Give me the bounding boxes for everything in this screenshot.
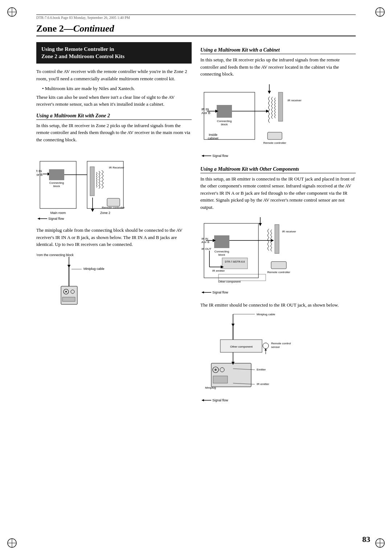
diagram2-svg: From the connecting block Miniplug cable bbox=[36, 252, 116, 313]
svg-rect-97 bbox=[213, 376, 228, 383]
subsec-cabinet-text: In this setup, the IR receiver picks up … bbox=[200, 56, 356, 78]
corner-mark-bl bbox=[7, 538, 17, 548]
svg-rect-71 bbox=[222, 258, 248, 269]
section-box-line1: Using the Remote Controller in bbox=[41, 46, 114, 52]
subsec-other-text: In this setup, an IR emitter is connecte… bbox=[200, 175, 356, 211]
svg-text:Signal flow: Signal flow bbox=[48, 217, 64, 220]
right-column: Using a Multiroom Kit with a Cabinet In … bbox=[200, 42, 356, 410]
intro-text: To control the AV receiver with the remo… bbox=[36, 68, 192, 82]
svg-text:IR emitter: IR emitter bbox=[257, 382, 269, 386]
svg-rect-40 bbox=[62, 297, 75, 301]
page-title: Zone 2—Continued bbox=[36, 23, 356, 36]
svg-text:Inside: Inside bbox=[209, 133, 217, 137]
svg-rect-47 bbox=[217, 105, 232, 118]
diagram-cabinet-svg: IR receiver IR IN A or B Connecting bloc… bbox=[200, 81, 306, 161]
svg-text:Remote controller: Remote controller bbox=[263, 141, 286, 145]
svg-text:IR IN: IR IN bbox=[201, 108, 209, 111]
svg-text:Miniplug cable: Miniplug cable bbox=[83, 267, 105, 271]
header-info: DTR-7.6.6.book Page 83 Monday, September… bbox=[36, 15, 356, 20]
file-info-text: DTR-7.6.6.book Page 83 Monday, September… bbox=[36, 16, 130, 20]
svg-text:A or B: A or B bbox=[201, 111, 211, 115]
svg-marker-29 bbox=[37, 218, 40, 220]
svg-rect-24 bbox=[107, 198, 120, 206]
svg-text:IR emitter: IR emitter bbox=[212, 269, 225, 272]
svg-text:Zone 2: Zone 2 bbox=[100, 211, 110, 215]
svg-text:Other component: Other component bbox=[218, 280, 241, 283]
svg-text:Emitter: Emitter bbox=[257, 368, 266, 371]
subsec3-text: The IR emitter should be connected to th… bbox=[200, 301, 356, 309]
svg-text:Signal flow: Signal flow bbox=[212, 398, 228, 402]
follow-text: These kits can also be used when there i… bbox=[36, 94, 192, 108]
corner-mark-br bbox=[375, 538, 385, 548]
svg-text:DTR-7.6/DTR-6.6: DTR-7.6/DTR-6.6 bbox=[225, 260, 245, 263]
svg-rect-60 bbox=[275, 224, 279, 254]
diagram1-svg: IR IN A or B Connecting block bbox=[36, 147, 142, 223]
svg-text:Miniplug: Miniplug bbox=[205, 386, 216, 389]
bullet-item: Multiroom kits are made by Niles and Xan… bbox=[42, 85, 192, 92]
diagram-ir-emitter-svg: Miniplug cable Other component Remote co… bbox=[200, 312, 306, 407]
corner-mark-tl bbox=[7, 7, 17, 17]
svg-text:Remote controller: Remote controller bbox=[267, 271, 290, 274]
page-number: 83 bbox=[362, 535, 370, 544]
section-box-line2: Zone 2 and Multiroom Control Kits bbox=[41, 53, 124, 59]
subsec2-text: The miniplug cable from the connecting b… bbox=[36, 227, 192, 248]
svg-text:Connecting: Connecting bbox=[215, 250, 229, 253]
svg-text:sensor: sensor bbox=[271, 345, 280, 349]
svg-text:A or B: A or B bbox=[201, 240, 209, 244]
svg-rect-36 bbox=[61, 286, 77, 304]
svg-text:IR IN: IR IN bbox=[201, 237, 208, 240]
diagram-other-svg: IR receiver IR IN A or B IR OUT Connecti… bbox=[200, 214, 306, 298]
svg-text:Main room: Main room bbox=[50, 211, 66, 215]
svg-text:IR Receiver: IR Receiver bbox=[109, 166, 124, 169]
section-box-title: Using the Remote Controller in Zone 2 an… bbox=[41, 46, 187, 60]
svg-text:Connecting: Connecting bbox=[217, 119, 232, 123]
svg-text:cabinet: cabinet bbox=[208, 137, 219, 140]
svg-text:Other component: Other component bbox=[230, 345, 253, 348]
diagram-cabinet: IR receiver IR IN A or B Connecting bloc… bbox=[200, 81, 356, 161]
svg-rect-42 bbox=[278, 92, 283, 121]
svg-text:IR receiver: IR receiver bbox=[282, 230, 296, 233]
svg-text:block: block bbox=[221, 123, 228, 126]
svg-text:block: block bbox=[53, 185, 61, 188]
page-title-zone: Zone 2 bbox=[36, 23, 64, 34]
svg-text:Remote control: Remote control bbox=[271, 342, 291, 345]
left-column: Using the Remote Controller in Zone 2 an… bbox=[36, 42, 192, 410]
svg-marker-81 bbox=[201, 291, 204, 293]
svg-text:IR receiver: IR receiver bbox=[287, 99, 302, 102]
svg-text:IR OUT: IR OUT bbox=[201, 247, 211, 251]
diagram-miniplug: From the connecting block Miniplug cable bbox=[36, 252, 192, 313]
corner-mark-tr bbox=[375, 7, 385, 17]
svg-point-95 bbox=[215, 369, 217, 371]
svg-rect-66 bbox=[214, 235, 229, 248]
two-column-layout: Using the Remote Controller in Zone 2 an… bbox=[36, 42, 356, 410]
svg-point-89 bbox=[263, 343, 269, 349]
svg-text:Signal flow: Signal flow bbox=[212, 291, 228, 294]
subsec-other-heading: Using a Multiroom Kit with Other Compone… bbox=[200, 166, 356, 173]
diagram-other-components: IR receiver IR IN A or B IR OUT Connecti… bbox=[200, 214, 356, 298]
svg-rect-21 bbox=[90, 167, 94, 196]
svg-rect-76 bbox=[271, 262, 286, 269]
svg-text:IR IN: IR IN bbox=[36, 169, 42, 173]
svg-text:Remote controller: Remote controller bbox=[102, 206, 124, 209]
svg-marker-57 bbox=[201, 155, 204, 157]
svg-text:From the connecting block: From the connecting block bbox=[36, 253, 74, 257]
svg-point-38 bbox=[65, 291, 67, 292]
subsec-other-heading-text: Using a Multiroom Kit with Other Compone… bbox=[200, 166, 299, 172]
svg-rect-17 bbox=[49, 169, 64, 180]
svg-text:A or B: A or B bbox=[36, 173, 42, 177]
diagram-zone2-multiroom: IR IN A or B Connecting block bbox=[36, 147, 192, 223]
svg-rect-54 bbox=[268, 132, 282, 139]
svg-marker-105 bbox=[201, 399, 204, 401]
diagram-ir-emitter: Miniplug cable Other component Remote co… bbox=[200, 312, 356, 407]
page-title-suffix: —Continued bbox=[64, 23, 114, 34]
subsec-cabinet-heading: Using a Multiroom Kit with a Cabinet bbox=[200, 47, 356, 54]
subsec1-text: In this setup, the IR receiver in Zone 2… bbox=[36, 122, 192, 143]
page: DTR-7.6.6.book Page 83 Monday, September… bbox=[0, 0, 392, 555]
svg-text:Signal flow: Signal flow bbox=[212, 154, 228, 158]
subsec1-heading: Using a Multiroom Kit with Zone 2 bbox=[36, 113, 192, 120]
svg-text:Connecting: Connecting bbox=[49, 181, 64, 185]
svg-text:Miniplug cable: Miniplug cable bbox=[257, 313, 275, 316]
section-box: Using the Remote Controller in Zone 2 an… bbox=[36, 42, 192, 64]
svg-text:block: block bbox=[219, 253, 226, 256]
